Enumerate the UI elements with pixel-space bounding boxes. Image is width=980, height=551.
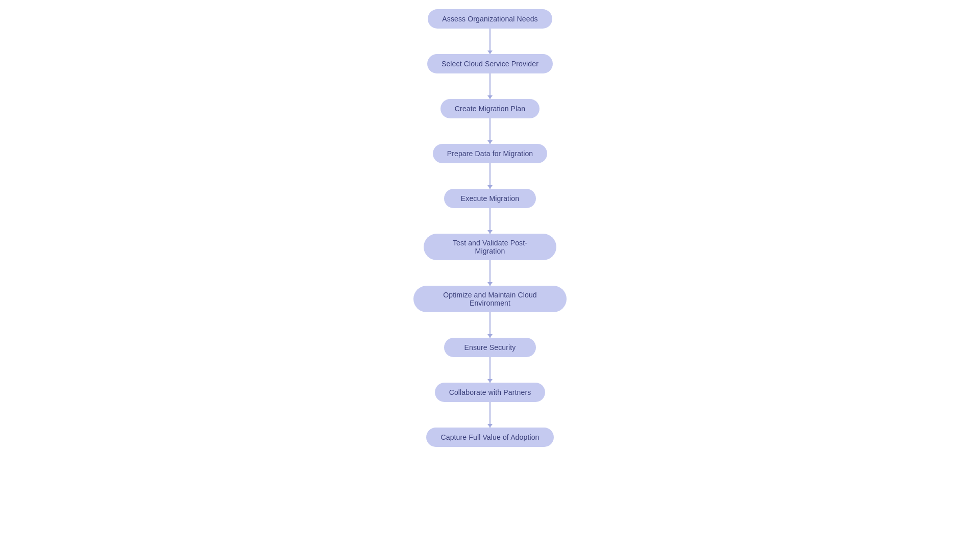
connector-test [489, 260, 491, 286]
connector-collaborate [489, 402, 491, 428]
flow-node-ensure[interactable]: Ensure Security [444, 338, 536, 357]
connector-optimize [489, 312, 491, 338]
flow-node-create[interactable]: Create Migration Plan [440, 99, 540, 118]
flow-node-optimize[interactable]: Optimize and Maintain Cloud Environment [413, 286, 567, 312]
flow-node-collaborate[interactable]: Collaborate with Partners [435, 383, 546, 402]
flow-node-assess[interactable]: Assess Organizational Needs [428, 9, 552, 29]
connector-ensure [489, 357, 491, 383]
connector-assess [489, 29, 491, 54]
flow-node-capture[interactable]: Capture Full Value of Adoption [426, 428, 553, 447]
flow-node-prepare[interactable]: Prepare Data for Migration [433, 144, 548, 163]
connector-execute [489, 208, 491, 234]
flow-node-test[interactable]: Test and Validate Post-Migration [424, 234, 556, 260]
connector-create [489, 118, 491, 144]
diagram-container: Assess Organizational NeedsSelect Cloud … [0, 0, 980, 447]
flow-node-select[interactable]: Select Cloud Service Provider [427, 54, 553, 73]
connector-prepare [489, 163, 491, 189]
flow-node-execute[interactable]: Execute Migration [444, 189, 536, 208]
connector-select [489, 73, 491, 99]
